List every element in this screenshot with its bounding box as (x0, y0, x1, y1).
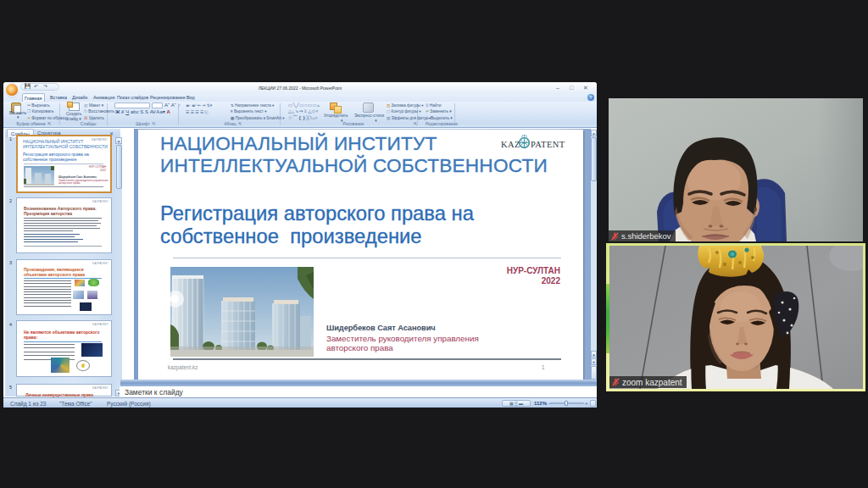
svg-text:PATENT: PATENT (531, 140, 565, 149)
svg-text:KAZ: KAZ (501, 140, 520, 149)
